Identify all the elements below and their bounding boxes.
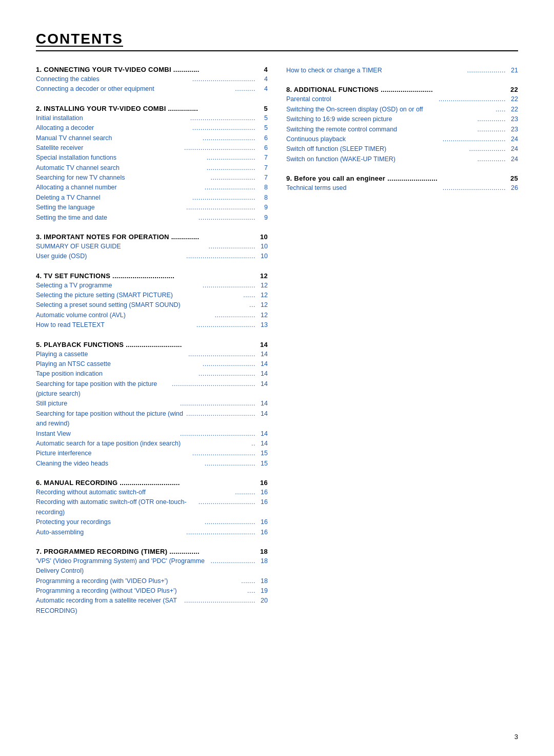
toc-entry: Initial installation ...................…: [36, 113, 268, 123]
entry-page: 6: [255, 133, 268, 143]
toc-entry: Searching for tape position with the pic…: [36, 379, 268, 399]
entry-text: Automatic TV channel search: [36, 163, 207, 173]
entry-text: Continuous playback: [286, 134, 443, 144]
entry-text: Searching for tape position without the …: [36, 409, 186, 429]
entry-text: Setting the time and date: [36, 213, 199, 223]
entry-page: 21: [506, 66, 518, 75]
entry-dots: ...................................: [184, 596, 255, 616]
section-page-num: 5: [255, 105, 268, 112]
entry-text: Parental control: [286, 94, 439, 104]
entry-page: 16: [255, 488, 268, 497]
toc-section: 1. CONNECTING YOUR TV-VIDEO COMBI ......…: [36, 66, 268, 94]
entry-page: 14: [255, 369, 268, 379]
section-title: 4. TV SET FUNCTIONS ....................…: [36, 272, 174, 280]
entry-text: Allocating a decoder: [36, 123, 192, 133]
entry-page: 10: [255, 251, 268, 261]
toc-entry: Searching for new TV channels ..........…: [36, 173, 268, 183]
entry-dots: ......................: [211, 173, 255, 183]
entry-page: 23: [506, 114, 518, 124]
entry-text: Selecting the picture setting (SMART PIC…: [36, 290, 243, 300]
toc-entry: User guide (OSD) .......................…: [36, 251, 268, 261]
toc-section: 6. MANUAL RECORDING ....................…: [36, 479, 268, 537]
entry-text: Recording with automatic switch-off (OTR…: [36, 497, 199, 517]
entry-page: 20: [255, 596, 268, 616]
entry-page: 14: [255, 439, 268, 449]
toc-entry: Switch off function (SLEEP TIMER) ......…: [286, 144, 518, 154]
toc-entry: Connecting the cables ..................…: [36, 74, 268, 84]
toc-entry: SUMMARY OF USER GUIDE ..................…: [36, 242, 268, 251]
entry-text: Connecting a decoder or other equipment: [36, 84, 235, 94]
toc-entry: Manual TV channel search ...............…: [36, 133, 268, 143]
section-page-num: 10: [255, 233, 268, 241]
toc-entry: Auto-assembling ........................…: [36, 528, 268, 537]
toc-entry: Continuous playback ....................…: [286, 134, 518, 144]
entry-text: Instant View: [36, 429, 180, 439]
entry-dots: ............................: [199, 497, 255, 517]
entry-text: Deleting a TV Channel: [36, 193, 192, 203]
toc-entry: Allocating a channel number ............…: [36, 183, 268, 192]
toc-entry: Still picture ..........................…: [36, 399, 268, 409]
entry-text: Allocating a channel number: [36, 183, 205, 192]
entry-text: Switching to 16:9 wide screen picture: [286, 114, 477, 124]
entry-dots: ....................: [215, 311, 255, 320]
section-title: 9. Before you call an engineer .........…: [286, 175, 438, 182]
entry-page: 15: [255, 449, 268, 458]
entry-text: Programming a recording (without 'VIDEO …: [36, 586, 247, 596]
entry-page: 4: [255, 84, 268, 94]
entry-dots: ...................: [467, 66, 506, 75]
section-header: 5. PLAYBACK FUNCTIONS ..................…: [36, 341, 268, 348]
toc-entry: Recording without automatic switch-off .…: [36, 488, 268, 497]
entry-dots: ....: [247, 586, 255, 596]
toc-entry: Satellite receiver .....................…: [36, 143, 268, 153]
entry-dots: .......: [241, 576, 255, 586]
toc-entry: How to read TELETEXT ...................…: [36, 320, 268, 330]
entry-dots: ................................: [190, 113, 255, 123]
entry-text: Selecting a preset sound setting (SMART …: [36, 300, 249, 310]
entry-text: Searching for tape position with the pic…: [36, 379, 172, 399]
entry-dots: .............................: [196, 320, 255, 330]
entry-page: 24: [506, 154, 518, 164]
entry-dots: ..........: [235, 488, 255, 497]
toc-entry: Selecting a TV programme ...............…: [36, 281, 268, 290]
section-title: 2. INSTALLING YOUR TV-VIDEO COMBI ......…: [36, 105, 198, 112]
toc-entry: Playing an NTSC cassette ...............…: [36, 359, 268, 369]
entry-dots: ..............: [477, 125, 506, 134]
entry-text: Satellite receiver: [36, 143, 184, 153]
toc-section: 4. TV SET FUNCTIONS ....................…: [36, 272, 268, 331]
entry-page: 14: [255, 429, 268, 439]
toc-entry: Switching to 16:9 wide screen picture ..…: [286, 114, 518, 124]
toc-entry: 'VPS' (Video Programming System) and 'PD…: [36, 556, 268, 576]
entry-page: 14: [255, 399, 268, 409]
entry-page: 12: [255, 300, 268, 310]
entry-dots: .....: [496, 105, 506, 114]
entry-text: How to read TELETEXT: [36, 320, 196, 330]
entry-page: 18: [255, 576, 268, 586]
section-page-num: 16: [255, 479, 268, 487]
section-title: 5. PLAYBACK FUNCTIONS ..................…: [36, 341, 182, 348]
entry-dots: ...: [249, 300, 255, 310]
entry-text: Playing a cassette: [36, 350, 188, 359]
toc-entry: Parental control .......................…: [286, 94, 518, 104]
entry-page: 12: [255, 311, 268, 320]
entry-page: 7: [255, 173, 268, 183]
entry-dots: .........................: [205, 517, 255, 527]
entry-page: 7: [255, 153, 268, 163]
entry-page: 9: [255, 203, 268, 212]
section-title: 8. ADDITIONAL FUNCTIONS ................…: [286, 86, 433, 93]
entry-page: 7: [255, 163, 268, 173]
toc-entry: Instant View ...........................…: [36, 429, 268, 439]
entry-page: 8: [255, 193, 268, 203]
entry-page: 12: [255, 281, 268, 290]
entry-dots: ...............................: [443, 183, 506, 193]
entry-text: Initial installation: [36, 113, 190, 123]
toc-entry: Picture interference ...................…: [36, 449, 268, 458]
entry-page: 13: [255, 320, 268, 330]
section-page-num: 14: [255, 341, 268, 348]
entry-dots: .....................................: [180, 399, 255, 409]
page-title: CONTENTS: [36, 31, 518, 47]
entry-dots: ........................: [207, 153, 255, 163]
entry-page: 16: [255, 528, 268, 537]
entry-page: 5: [255, 113, 268, 123]
entry-dots: .........................: [205, 183, 255, 192]
entry-dots: ...............................: [192, 193, 255, 203]
